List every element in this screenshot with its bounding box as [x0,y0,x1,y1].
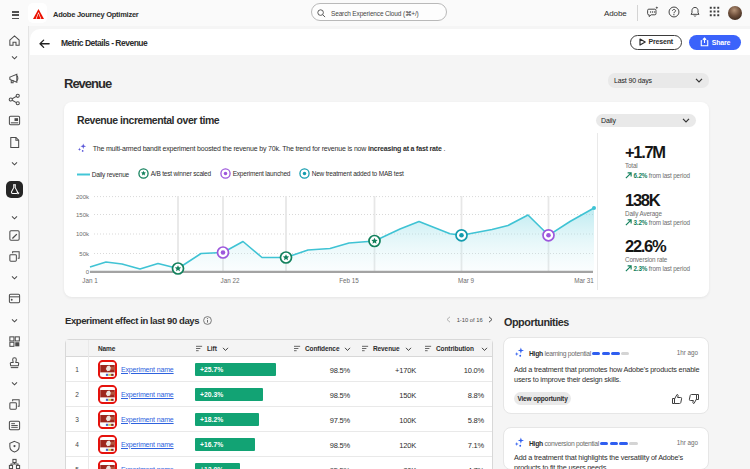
svg-text:150k: 150k [76,212,90,218]
svg-text:Jan 1: Jan 1 [82,277,98,284]
svg-text:Feb 15: Feb 15 [339,277,359,284]
svg-text:Mar 9: Mar 9 [458,277,475,284]
svg-text:200k: 200k [76,194,90,200]
svg-text:Mar 31: Mar 31 [574,277,594,284]
svg-text:100k: 100k [76,231,90,237]
svg-text:50k: 50k [79,251,90,257]
svg-text:Jan 22: Jan 22 [221,277,240,284]
